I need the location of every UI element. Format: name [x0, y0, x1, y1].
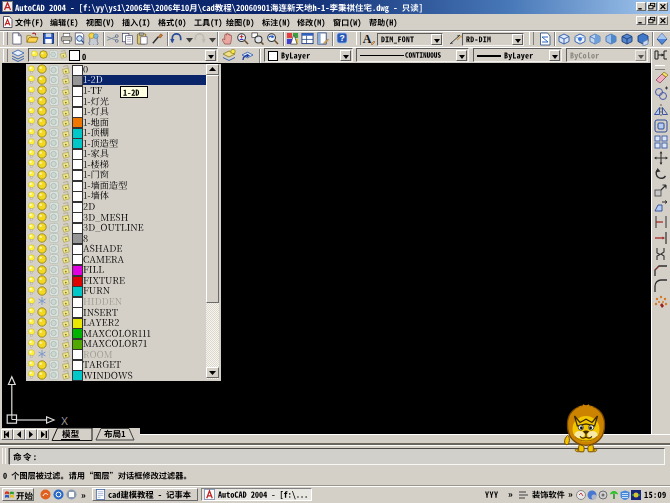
svg-text:X: X [61, 415, 68, 427]
